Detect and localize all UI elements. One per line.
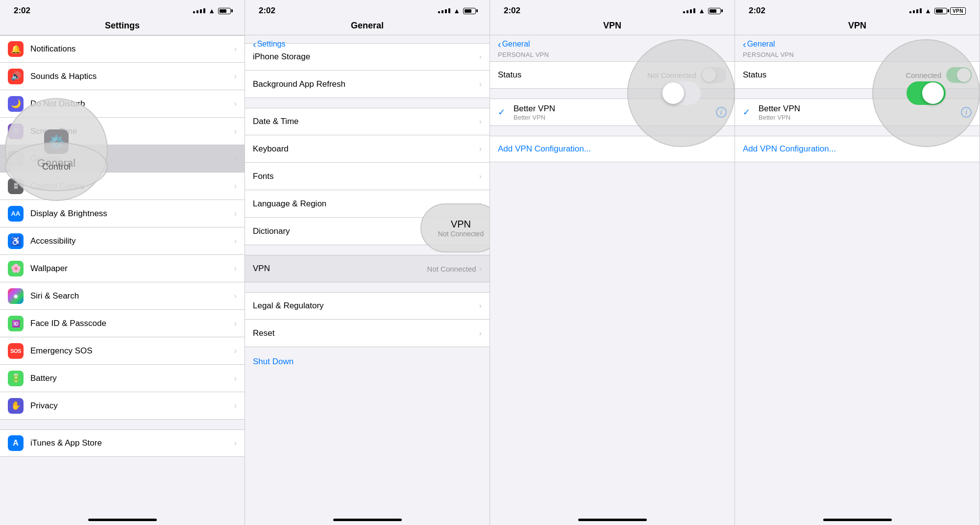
settings-item-accessibility[interactable]: ♿ Accessibility › (0, 227, 245, 255)
sounds-label: Sounds & Haptics (30, 72, 234, 81)
notifications-label: Notifications (30, 44, 234, 54)
settings-item-sos[interactable]: SOS Emergency SOS › (0, 337, 245, 365)
signal-icon-1 (193, 8, 205, 13)
sos-icon: SOS (8, 343, 24, 359)
nav-back-general[interactable]: ‹ Settings (253, 39, 285, 49)
general-item-reset[interactable]: Reset › (245, 320, 490, 347)
settings-item-general[interactable]: ⚙️ General › (0, 145, 245, 173)
status-icons-2: ▲ (438, 7, 476, 15)
battery-label: Battery (30, 374, 234, 383)
settings-item-faceid[interactable]: 🆔 Face ID & Passcode › (0, 310, 245, 337)
signal-icon-3 (683, 8, 695, 13)
settings-item-notifications[interactable]: 🔔 Notifications › (0, 35, 245, 63)
chevron-privacy: › (234, 401, 237, 410)
settings-item-siri[interactable]: ◉ Siri & Search › (0, 282, 245, 310)
wifi-icon-2: ▲ (453, 7, 460, 15)
general-item-keyboard[interactable]: Keyboard › (245, 135, 490, 163)
shutdown-label[interactable]: Shut Down (253, 357, 294, 366)
itunes-label: iTunes & App Store (30, 438, 234, 448)
chevron-vpn: › (479, 264, 482, 273)
nav-title-vpn-on: VPN (848, 21, 866, 30)
display-label: Display & Brightness (30, 209, 234, 219)
vpn-sub-off: Better VPN (514, 114, 716, 121)
vpn-toggle-off[interactable] (701, 67, 727, 83)
accessibility-label: Accessibility (30, 236, 234, 246)
vpn-status-row-on: Status Connected (735, 61, 980, 89)
panel-vpn-on: 2:02 ▲ VPN ‹ General VPN PERSONAL VPN (735, 0, 980, 525)
panel-vpn-off: 2:02 ▲ ‹ General VPN PERSONAL VPN Statu (490, 0, 735, 525)
vpn-toggle-on[interactable] (946, 67, 972, 83)
vpn-config-item-on[interactable]: ✓ Better VPN Better VPN i (735, 99, 980, 126)
general-item-datetime[interactable]: Date & Time › (245, 108, 490, 135)
vpn-checkmark-off: ✓ (498, 107, 508, 118)
status-time-4: 2:02 (749, 6, 765, 16)
general-item-legal[interactable]: Legal & Regulatory › (245, 292, 490, 320)
chevron-datetime: › (479, 117, 482, 126)
settings-item-wallpaper[interactable]: 🌸 Wallpaper › (0, 255, 245, 282)
vpn-sub-on: Better VPN (759, 114, 961, 121)
back-label-vpn-off: General (502, 40, 530, 49)
accessibility-icon: ♿ (8, 233, 24, 249)
home-bar-1 (88, 519, 157, 521)
nav-bar-vpn-off: ‹ General VPN (490, 19, 735, 35)
general-item-bg-refresh[interactable]: Background App Refresh › (245, 71, 490, 98)
chevron-control: › (234, 182, 237, 191)
vpn-info-btn-on[interactable]: i (961, 107, 972, 118)
back-label-vpn-on: General (747, 40, 775, 49)
battery-icon-4 (934, 8, 947, 14)
chevron-wallpaper: › (234, 264, 237, 273)
settings-item-privacy[interactable]: ✋ Privacy › (0, 392, 245, 420)
settings-item-sounds[interactable]: 🔊 Sounds & Haptics › (0, 63, 245, 90)
status-bar-2: 2:02 ▲ (245, 0, 490, 19)
add-vpn-link-off[interactable]: Add VPN Configuration... (490, 136, 735, 162)
battery-icon-3 (708, 8, 721, 14)
toggle-thumb-off (702, 68, 716, 82)
nav-back-vpn-on[interactable]: ‹ General (743, 39, 775, 49)
settings-item-itunes[interactable]: A iTunes & App Store › (0, 429, 245, 457)
vpn-info-btn-off[interactable]: i (716, 107, 727, 118)
faceid-icon: 🆔 (8, 316, 24, 331)
add-vpn-link-on[interactable]: Add VPN Configuration... (735, 136, 980, 162)
general-item-language[interactable]: Language & Region › (245, 190, 490, 218)
nav-bar-general: ‹ Settings General (245, 19, 490, 35)
wifi-icon-1: ▲ (208, 7, 215, 15)
settings-item-screentime[interactable]: ⏱ Screen Time › (0, 118, 245, 145)
chevron-faceid: › (234, 319, 237, 328)
chevron-accessibility: › (234, 237, 237, 246)
chevron-language: › (479, 200, 482, 208)
chevron-display: › (234, 209, 237, 218)
siri-icon: ◉ (8, 288, 24, 304)
chevron-sos: › (234, 347, 237, 355)
vpn-status-row-off: Status Not Connected (490, 61, 735, 89)
notifications-icon: 🔔 (8, 41, 24, 57)
vpn-config-item-off[interactable]: ✓ Better VPN Better VPN i (490, 99, 735, 126)
vpn-badge-status: VPN (950, 7, 966, 15)
back-chevron-general: ‹ (253, 39, 256, 49)
privacy-icon: ✋ (8, 398, 24, 414)
vpn-status-value-nav: Not Connected (427, 265, 476, 273)
settings-item-control[interactable]: 🎛 Control Centre › (0, 173, 245, 200)
settings-item-battery[interactable]: 🔋 Battery › (0, 365, 245, 392)
chevron-legal: › (479, 301, 482, 310)
vpn-checkmark-on: ✓ (743, 107, 753, 118)
nav-title-general: General (351, 21, 384, 30)
general-item-dictionary[interactable]: Dictionary › (245, 218, 490, 245)
settings-item-dnd[interactable]: 🌙 Do Not Disturb › (0, 90, 245, 118)
settings-item-display[interactable]: AA Display & Brightness › (0, 200, 245, 227)
vpn-name-off: Better VPN (514, 104, 716, 114)
chevron-keyboard: › (479, 145, 482, 153)
nav-title-settings: Settings (105, 21, 140, 30)
back-chevron-vpn-on: ‹ (743, 39, 746, 49)
general-item-vpn[interactable]: VPN Not Connected › (245, 255, 490, 282)
sounds-icon: 🔊 (8, 69, 24, 84)
home-bar-3 (578, 519, 647, 521)
battery-settings-icon: 🔋 (8, 371, 24, 386)
general-item-fonts[interactable]: Fonts › (245, 163, 490, 190)
privacy-label: Privacy (30, 401, 234, 411)
dictionary-label: Dictionary (253, 226, 479, 236)
chevron-siri: › (234, 292, 237, 300)
chevron-sounds: › (234, 72, 237, 81)
nav-back-vpn-off[interactable]: ‹ General (498, 39, 530, 49)
dnd-icon: 🌙 (8, 96, 24, 112)
vpn-on-list: PERSONAL VPN Status Connected ✓ Better V… (735, 35, 980, 508)
